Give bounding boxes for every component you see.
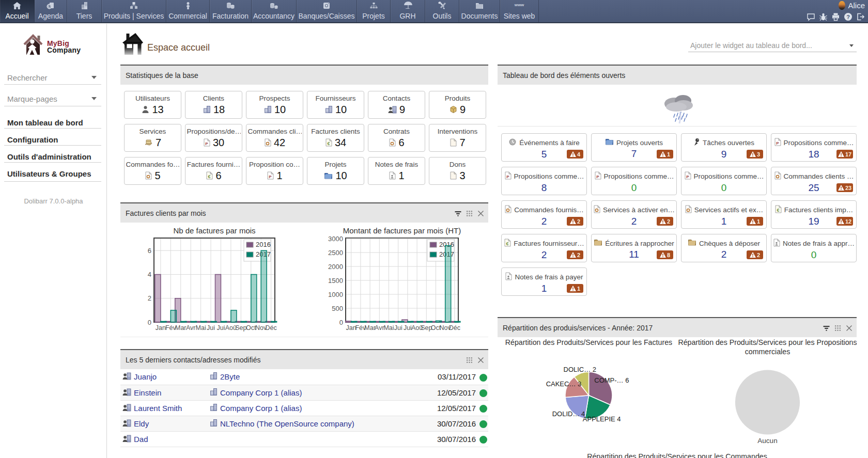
dashboard-box-label: Factures fournisseur… [514, 240, 584, 247]
menu-tab-label: Banques/Caisses [299, 12, 355, 20]
drag-grip-icon[interactable] [466, 210, 473, 216]
menu-tab[interactable]: Documents [459, 0, 500, 22]
warning-badge: 2 [567, 217, 583, 226]
menu-tab[interactable]: Tiers [67, 0, 102, 22]
sidebar-item-dashboard[interactable]: Mon tableau de bord [7, 118, 83, 127]
menu-tab[interactable]: www Sites web [500, 0, 539, 22]
pie-charts-canvas: Répartition des Produits/Services pour l… [498, 337, 857, 458]
dashboard-box[interactable]: Événements à faire 5 4 [501, 133, 587, 162]
dashboard-box[interactable]: Tâches ouvertes 9 3 [681, 133, 767, 162]
menu-tab[interactable]: Commercial [166, 0, 210, 22]
dashboard-box[interactable]: € Factures clients imp… 19 12 [771, 200, 857, 229]
menu-tab[interactable]: Outils [425, 0, 459, 22]
company-name-link[interactable]: NLTechno (The OpenSource company) [220, 419, 354, 428]
stat-box[interactable]: Notes de frais 1 [368, 157, 425, 185]
menu-tab[interactable]: GRH [391, 0, 425, 22]
company-name-link[interactable]: Company Corp 1 (alias) [220, 404, 302, 413]
stat-box[interactable]: Prospects 10 [246, 91, 303, 119]
contact-name-link[interactable]: Laurent Smith [134, 404, 182, 413]
contact-name-link[interactable]: Eldy [134, 419, 149, 428]
bookmarks-dropdown[interactable]: Marque-pages [7, 94, 101, 106]
stat-box[interactable]: Projets 10 [307, 157, 364, 185]
svg-text:4: 4 [148, 271, 151, 278]
dashboard-box[interactable]: Notes de frais à payer 1 1 [501, 267, 587, 296]
stat-box[interactable]: Dons 3 [429, 157, 486, 185]
stat-box[interactable]: Utilisateurs 13 [124, 91, 181, 119]
warning-triangle-icon [750, 151, 756, 157]
dashboard-box[interactable]: Notes de frais à appr… 0 [771, 234, 857, 262]
contact-name-link[interactable]: Juanjo [134, 372, 157, 381]
warning-badge: 23 [836, 183, 853, 192]
drag-grip-icon[interactable] [834, 324, 841, 331]
dashboard-box[interactable]: € Factures fournisseur… 2 2 [501, 234, 587, 262]
section-title: Tableau de bord des éléments ouverts [503, 71, 853, 80]
dashboard-box[interactable]: Services actifs et ex… 1 1 [681, 200, 767, 229]
dashboard-box[interactable]: Projets ouverts 7 1 [591, 133, 677, 162]
dashboard-box[interactable]: Services à activer en… 2 2 [591, 200, 677, 229]
stat-box[interactable]: Propositions/de… P 30 [185, 124, 242, 152]
dashboard-box[interactable]: P Propositions comme… 0 [591, 167, 677, 195]
dashboard-box[interactable]: Chèques à déposer 2 2 [681, 234, 767, 262]
svg-text:Aucun: Aucun [757, 437, 777, 445]
close-icon[interactable] [477, 210, 484, 216]
company-icon [209, 372, 218, 382]
dashboard-box[interactable]: P Propositions comme… 18 17 [771, 133, 857, 162]
stat-box[interactable]: Fournisseurs 10 [307, 91, 364, 119]
menu-tab[interactable]: Projets [357, 0, 391, 22]
filter-icon[interactable] [823, 324, 830, 331]
svg-text:€: € [506, 241, 509, 246]
sidebar-item-users-groups[interactable]: Utilisateurs & Groupes [7, 169, 91, 178]
print-icon[interactable] [831, 12, 840, 21]
add-widget-dropdown[interactable]: Ajouter le widget au tableau de bord... [688, 41, 857, 52]
stat-box[interactable]: Contrats 6 [368, 124, 425, 152]
user-menu[interactable]: Alice [839, 1, 865, 10]
drag-grip-icon[interactable] [466, 356, 473, 363]
company-logo[interactable]: MyBig Company [23, 33, 81, 58]
dashboard-box[interactable]: P Propositions comme… 8 [501, 167, 587, 195]
menu-tab[interactable]: Produits | Services [102, 0, 166, 22]
chat-bubble-icon[interactable] [807, 12, 815, 21]
stat-box[interactable]: Proposition co… P 1 [246, 157, 303, 185]
menu-tab[interactable]: Accountancy [252, 0, 297, 22]
menu-tab[interactable]: Accueil [0, 0, 35, 22]
sidebar-item-admin-tools[interactable]: Outils d'administration [7, 152, 91, 161]
svg-text:P: P [596, 175, 599, 179]
company-name-link[interactable]: Company Corp 1 (alias) [220, 388, 302, 397]
filter-icon[interactable] [455, 210, 461, 216]
stat-box[interactable]: Clients 18 [185, 91, 242, 119]
warning-triangle-icon [750, 252, 756, 258]
menu-tab[interactable]: Agenda [35, 0, 67, 22]
dashboard-box[interactable]: P Propositions comme… 0 [681, 167, 767, 195]
stat-box[interactable]: Produits 9 [429, 91, 486, 119]
menu-tab[interactable]: Facturation [210, 0, 252, 22]
svg-text:€: € [777, 208, 779, 213]
bug-icon[interactable] [819, 12, 828, 21]
contact-icon [122, 403, 131, 413]
dashboard-box[interactable]: Commandes clients … 25 23 [771, 167, 857, 195]
stat-box-label: Factures fourni… [187, 161, 241, 168]
search-dropdown[interactable]: Rechercher [7, 73, 101, 85]
logout-icon[interactable] [856, 12, 865, 21]
stat-box[interactable]: Commandes fo… 5 [124, 157, 181, 185]
contact-row: Laurent Smith Company Corp 1 (alias) 12/… [120, 400, 488, 416]
stat-box[interactable]: Services 7 [124, 124, 181, 152]
help-icon[interactable]: ? [844, 12, 853, 21]
close-icon[interactable] [477, 356, 484, 363]
dashboard-box[interactable]: Commandes fournis… 2 2 [501, 200, 587, 229]
company-name-link[interactable]: 2Byte [220, 372, 240, 381]
stat-box[interactable]: Interventions 7 [429, 124, 486, 152]
stat-box[interactable]: Contacts 9 [368, 91, 425, 119]
contact-name-link[interactable]: Einstein [134, 388, 161, 397]
warning-count: 17 [845, 151, 851, 157]
stat-box[interactable]: Commandes cli… 42 [246, 124, 303, 152]
dashboard-box[interactable]: Écritures à rapprocher 11 8 [591, 234, 677, 262]
stat-box-label: Dons [450, 161, 466, 168]
menu-tab[interactable]: Banques/Caisses [297, 0, 357, 22]
stat-box[interactable]: Factures clients € 34 [307, 124, 364, 152]
warning-count: 1 [667, 151, 670, 157]
contact-name-link[interactable]: Dad [134, 435, 148, 444]
svg-text:0: 0 [339, 319, 343, 326]
sidebar-item-configuration[interactable]: Configuration [7, 135, 58, 144]
stat-box[interactable]: Factures fourni… € 6 [185, 157, 242, 185]
close-icon[interactable] [846, 324, 853, 331]
